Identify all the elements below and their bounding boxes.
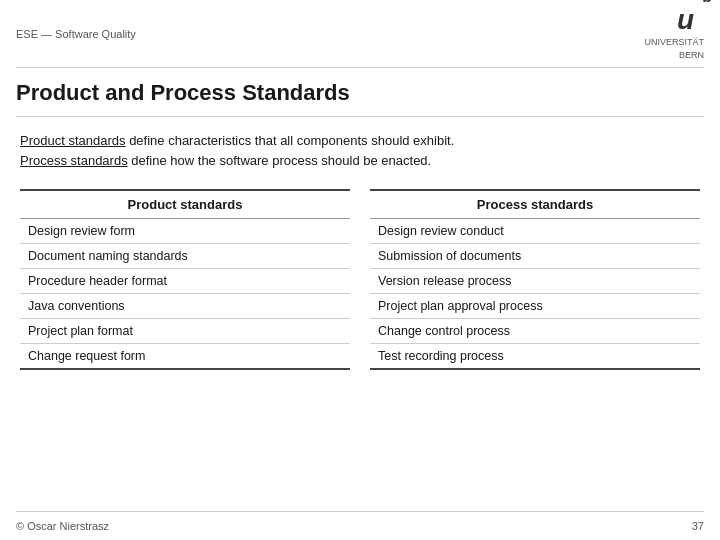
list-item: Submission of documents — [370, 244, 700, 269]
uni-city: BERN — [679, 50, 704, 60]
footer: © Oscar Nierstrasz 37 — [16, 520, 704, 532]
description-text: Product standards define characteristics… — [20, 131, 700, 171]
uni-b: b — [702, 0, 712, 6]
list-item: Version release process — [370, 269, 700, 294]
product-standards-table: Product standards Design review form Doc… — [20, 189, 350, 370]
university-logo: u b UNIVERSITÄT BERN — [644, 6, 704, 61]
uni-name: UNIVERSITÄT — [644, 37, 704, 47]
product-standards-term: Product standards — [20, 133, 126, 148]
list-item: Project plan approval process — [370, 294, 700, 319]
process-standards-term: Process standards — [20, 153, 128, 168]
description-line2-suffix: define how the software process should b… — [128, 153, 432, 168]
process-table-header: Process standards — [370, 191, 700, 219]
list-item: Document naming standards — [20, 244, 350, 269]
list-item: Design review conduct — [370, 219, 700, 244]
tables-container: Product standards Design review form Doc… — [20, 189, 700, 370]
description-line1-suffix: define characteristics that all componen… — [126, 133, 455, 148]
list-item: Test recording process — [370, 344, 700, 368]
process-standards-table: Process standards Design review conduct … — [370, 189, 700, 370]
title-divider — [16, 116, 704, 117]
page-number: 37 — [692, 520, 704, 532]
uni-u: u — [677, 6, 694, 34]
course-label: ESE — Software Quality — [16, 28, 136, 40]
footer-divider — [16, 511, 704, 512]
copyright-text: © Oscar Nierstrasz — [16, 520, 109, 532]
list-item: Procedure header format — [20, 269, 350, 294]
list-item: Project plan format — [20, 319, 350, 344]
list-item: Change control process — [370, 319, 700, 344]
list-item: Design review form — [20, 219, 350, 244]
page-title: Product and Process Standards — [0, 68, 720, 116]
main-content: Product standards define characteristics… — [0, 131, 720, 370]
top-bar: ESE — Software Quality u b UNIVERSITÄT B… — [0, 0, 720, 67]
list-item: Java conventions — [20, 294, 350, 319]
list-item: Change request form — [20, 344, 350, 368]
product-table-header: Product standards — [20, 191, 350, 219]
uni-text: UNIVERSITÄT BERN — [644, 36, 704, 61]
